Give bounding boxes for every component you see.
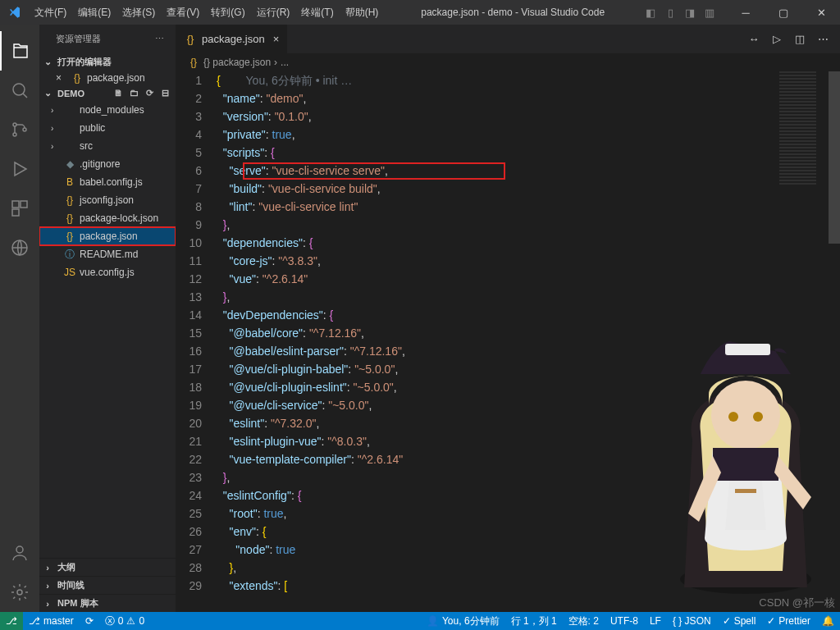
svg-point-8 bbox=[16, 546, 23, 553]
prettier[interactable]: ✓ Prettier bbox=[761, 612, 816, 630]
git-blame[interactable]: 👤 You, 6分钟前 bbox=[421, 612, 505, 630]
vertical-scrollbar[interactable] bbox=[829, 71, 840, 612]
file-icon: {} bbox=[63, 194, 76, 206]
code-editor[interactable]: 1234567891011121314151617181920212223242… bbox=[176, 71, 840, 612]
new-file-icon[interactable]: 🗎 bbox=[111, 88, 126, 98]
remote-indicator[interactable]: ⎇ bbox=[0, 612, 23, 630]
menu-item[interactable]: 转到(G) bbox=[205, 0, 250, 25]
file-icon: ⓘ bbox=[63, 248, 76, 262]
tab-bar: {} package.json × ↔ ▷ ◫ ⋯ bbox=[176, 25, 840, 53]
git-branch[interactable]: ⎇ master bbox=[23, 612, 80, 630]
sidebar-more-icon[interactable]: ⋯ bbox=[155, 34, 166, 44]
file-row[interactable]: JSvue.config.js bbox=[39, 263, 176, 281]
menu-item[interactable]: 终端(T) bbox=[295, 0, 339, 25]
toggle-panel-bottom-icon[interactable]: ▯ bbox=[661, 0, 679, 25]
menu-item[interactable]: 运行(R) bbox=[251, 0, 296, 25]
accounts-icon[interactable] bbox=[0, 533, 39, 573]
menu-item[interactable]: 选择(S) bbox=[116, 0, 161, 25]
sync-icon[interactable]: ⟳ bbox=[80, 612, 99, 630]
new-folder-icon[interactable]: 🗀 bbox=[126, 88, 141, 98]
refresh-icon[interactable]: ⟳ bbox=[142, 88, 157, 98]
chevron-right-icon: › bbox=[274, 57, 277, 68]
svg-rect-6 bbox=[12, 209, 19, 216]
close-button[interactable]: ✕ bbox=[802, 0, 840, 25]
chevron-right-icon: › bbox=[51, 106, 60, 115]
search-icon[interactable] bbox=[0, 71, 39, 110]
tab-label: package.json bbox=[202, 33, 265, 45]
tree-label: .gitignore bbox=[80, 158, 120, 170]
folder-row[interactable]: ›public bbox=[39, 119, 176, 137]
notifications-icon[interactable]: 🔔 bbox=[816, 612, 840, 630]
menu-item[interactable]: 帮助(H) bbox=[340, 0, 385, 25]
source-control-icon[interactable] bbox=[0, 110, 39, 149]
file-row[interactable]: ⓘREADME.md bbox=[39, 245, 176, 263]
folder-section[interactable]: ⌄DEMO 🗎 🗀 ⟳ ⊟ bbox=[39, 85, 176, 101]
sidebar-section[interactable]: ›大纲 bbox=[39, 558, 176, 576]
run-icon[interactable]: ▷ bbox=[766, 25, 788, 53]
file-row[interactable]: {}package-lock.json bbox=[39, 209, 176, 227]
scrollbar-thumb[interactable] bbox=[829, 71, 840, 244]
close-icon[interactable]: × bbox=[270, 33, 280, 45]
breadcrumb[interactable]: {} {} package.json › ... bbox=[176, 53, 840, 71]
sidebar-section[interactable]: ›时间线 bbox=[39, 576, 176, 594]
breadcrumb-item[interactable]: {} package.json bbox=[203, 57, 271, 68]
file-row[interactable]: ◆.gitignore bbox=[39, 155, 176, 173]
sidebar-title: 资源管理器 ⋯ bbox=[39, 25, 176, 53]
file-tree: ›node_modules›public›src◆.gitignoreBbabe… bbox=[39, 101, 176, 558]
file-row[interactable]: {}jsconfig.json bbox=[39, 191, 176, 209]
run-debug-icon[interactable] bbox=[0, 149, 39, 189]
editor-tab[interactable]: {} package.json × bbox=[176, 25, 288, 53]
explorer-icon[interactable] bbox=[0, 31, 39, 71]
file-icon: B bbox=[63, 176, 76, 188]
file-row[interactable]: Bbabel.config.js bbox=[39, 173, 176, 191]
file-icon: {} bbox=[63, 231, 76, 242]
folder-row[interactable]: ›src bbox=[39, 137, 176, 155]
indentation[interactable]: 空格: 2 bbox=[563, 612, 605, 630]
code-content[interactable]: { You, 6分钟前 • init … "name": "demo", "ve… bbox=[217, 71, 405, 612]
layout-controls: ◧ ▯ ◨ ▥ bbox=[641, 0, 727, 25]
minimize-button[interactable]: ─ bbox=[727, 0, 765, 25]
svg-point-0 bbox=[13, 84, 25, 95]
toggle-panel-right-icon[interactable]: ◨ bbox=[681, 0, 699, 25]
close-icon[interactable]: × bbox=[56, 72, 67, 84]
split-editor-icon[interactable]: ◫ bbox=[789, 25, 810, 53]
menu-item[interactable]: 文件(F) bbox=[29, 0, 72, 25]
vscode-logo-icon bbox=[0, 6, 29, 19]
problems[interactable]: ⓧ 0 ⚠ 0 bbox=[99, 612, 150, 630]
tree-label: package.json bbox=[80, 231, 138, 242]
folder-row[interactable]: ›node_modules bbox=[39, 101, 176, 119]
tree-label: package-lock.json bbox=[80, 212, 158, 224]
tree-label: jsconfig.json bbox=[80, 194, 134, 206]
cursor-position[interactable]: 行 1，列 1 bbox=[505, 612, 563, 630]
open-editors-section[interactable]: ⌄打开的编辑器 bbox=[39, 53, 176, 71]
svg-point-1 bbox=[13, 123, 16, 126]
eol[interactable]: LF bbox=[644, 612, 667, 630]
toggle-panel-left-icon[interactable]: ◧ bbox=[641, 0, 660, 25]
extensions-icon[interactable] bbox=[0, 189, 39, 228]
sidebar-section[interactable]: ›NPM 脚本 bbox=[39, 594, 176, 612]
collapse-icon[interactable]: ⊟ bbox=[158, 88, 172, 98]
watermark: CSDN @祁一核 bbox=[759, 596, 835, 610]
language-mode[interactable]: { } JSON bbox=[667, 612, 717, 630]
tree-label: vue.config.js bbox=[80, 267, 135, 278]
remote-explorer-icon[interactable] bbox=[0, 228, 39, 267]
encoding[interactable]: UTF-8 bbox=[605, 612, 644, 630]
customize-layout-icon[interactable]: ▥ bbox=[701, 0, 719, 25]
breadcrumb-item[interactable]: ... bbox=[281, 57, 289, 68]
minimap[interactable] bbox=[779, 71, 829, 186]
highlight-box bbox=[243, 162, 505, 180]
file-icon: JS bbox=[63, 267, 76, 278]
spell-check[interactable]: ✓ Spell bbox=[717, 612, 762, 630]
open-editor-item[interactable]: × {} package.json bbox=[39, 71, 176, 85]
menu-item[interactable]: 查看(V) bbox=[161, 0, 205, 25]
maximize-button[interactable]: ▢ bbox=[765, 0, 802, 25]
go-back-icon[interactable]: ↔ bbox=[743, 25, 765, 53]
more-actions-icon[interactable]: ⋯ bbox=[812, 25, 833, 53]
file-row[interactable]: {}package.json bbox=[39, 227, 176, 245]
file-icon: {} bbox=[63, 212, 76, 224]
menu-bar: 文件(F)编辑(E)选择(S)查看(V)转到(G)运行(R)终端(T)帮助(H) bbox=[29, 0, 384, 25]
open-editor-label: package.json bbox=[87, 72, 145, 84]
tree-label: babel.config.js bbox=[80, 176, 143, 188]
settings-gear-icon[interactable] bbox=[0, 573, 39, 612]
menu-item[interactable]: 编辑(E) bbox=[72, 0, 116, 25]
